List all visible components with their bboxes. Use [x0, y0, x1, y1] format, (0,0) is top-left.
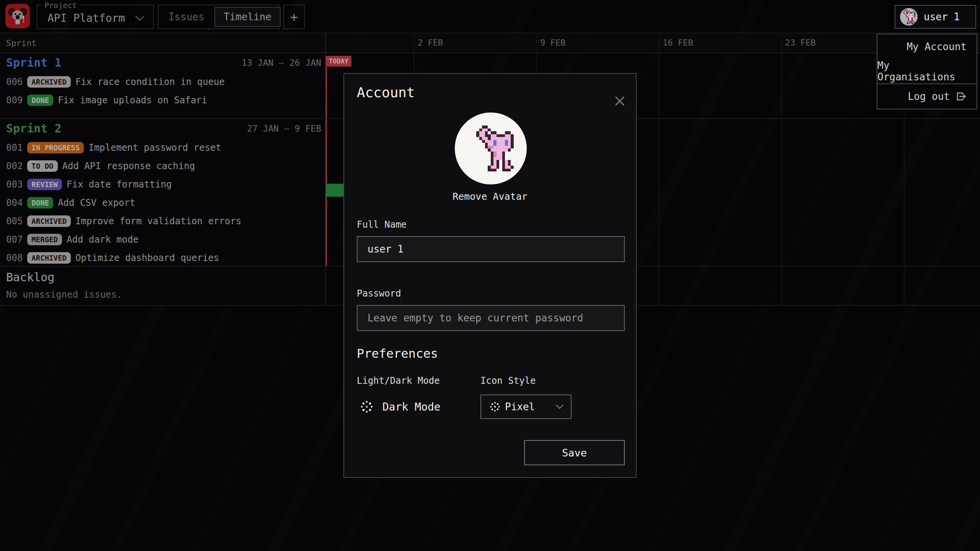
dark-mode-toggle[interactable]: Dark Mode — [361, 395, 441, 419]
preferences-heading: Preferences — [357, 346, 438, 361]
user-avatar — [900, 8, 918, 26]
user-menu-trigger[interactable]: user 1 — [895, 5, 976, 29]
menu-item-my-organisations[interactable]: My Organisations — [877, 59, 977, 83]
menu-group-logout: Log out — [877, 84, 977, 109]
menu-group-account: My Account My Organisations — [877, 34, 977, 84]
password-label: Password — [357, 288, 401, 299]
sun-icon — [361, 401, 372, 412]
icon-style-select[interactable]: Pixel — [480, 395, 572, 419]
mode-value-label: Dark Mode — [382, 401, 441, 413]
account-avatar — [455, 112, 527, 184]
icon-style-label: Icon Style — [480, 375, 536, 386]
password-input[interactable] — [357, 305, 625, 331]
full-name-label: Full Name — [357, 219, 407, 230]
icon-style-value: Pixel — [505, 401, 535, 412]
full-name-input[interactable] — [357, 236, 625, 262]
menu-item-log-out[interactable]: Log out — [877, 84, 977, 109]
menu-item-my-account[interactable]: My Account — [877, 34, 977, 59]
user-dropdown-menu: My Account My Organisations Log out — [877, 34, 977, 109]
mode-label: Light/Dark Mode — [357, 375, 440, 386]
logout-icon — [955, 91, 967, 102]
save-button[interactable]: Save — [524, 440, 625, 465]
chevron-down-icon — [555, 404, 564, 409]
remove-avatar-button[interactable]: Remove Avatar — [344, 191, 636, 202]
logout-label: Log out — [908, 91, 950, 102]
close-icon[interactable] — [614, 95, 627, 108]
account-modal: Account Remove Avatar Full Name Password… — [343, 73, 637, 478]
user-name-label: user 1 — [924, 11, 960, 23]
modal-title: Account — [357, 85, 415, 100]
sun-icon — [490, 402, 500, 411]
